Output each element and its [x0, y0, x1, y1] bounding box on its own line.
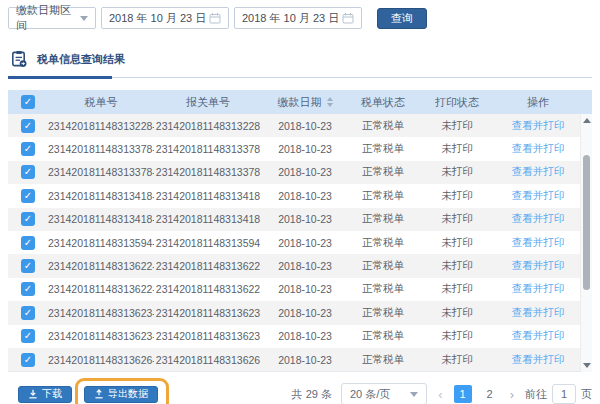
view-print-link[interactable]: 查看并打印 — [512, 189, 565, 201]
row-checkbox[interactable]: ✓ — [21, 353, 35, 367]
checkbox-check-icon: ✓ — [24, 166, 32, 177]
cell-print-status: 未打印 — [418, 306, 496, 320]
sort-asc-icon — [327, 97, 333, 101]
table-row: ✓ 231420181148313626-L02 231420181148313… — [8, 348, 592, 371]
view-print-link[interactable]: 查看并打印 — [512, 119, 565, 131]
tab-active-underline — [8, 76, 112, 79]
scroll-down-icon[interactable] — [583, 363, 591, 368]
cell-pay-date: 2018-10-23 — [262, 260, 348, 272]
row-checkbox[interactable]: ✓ — [21, 236, 35, 250]
row-checkbox-cell: ✓ — [8, 282, 48, 296]
checkbox-check-icon: ✓ — [24, 190, 32, 201]
export-data-button[interactable]: 导出数据 — [84, 386, 158, 403]
cell-tax-no: 231420181148313418-A01 — [48, 213, 154, 225]
checkbox-check-icon: ✓ — [24, 213, 32, 224]
next-page-button[interactable]: › — [508, 387, 516, 402]
table-body: ✓ 231420181148313228-L01 231420181148313… — [8, 114, 592, 372]
cell-decl-no: 231420181148313623 — [154, 307, 262, 319]
cell-decl-no: 231420181148313622 — [154, 283, 262, 295]
view-print-link[interactable]: 查看并打印 — [512, 282, 565, 294]
cell-bill-status: 正常税单 — [348, 142, 418, 156]
sort-icon[interactable] — [327, 97, 333, 107]
cell-bill-status: 正常税单 — [348, 282, 418, 296]
vertical-scrollbar[interactable] — [580, 114, 592, 372]
cell-tax-no: 231420181148313622-L02 — [48, 260, 154, 272]
page-size-select[interactable]: 20 条/页 — [341, 383, 427, 404]
row-checkbox-cell: ✓ — [8, 119, 48, 133]
row-checkbox[interactable]: ✓ — [21, 282, 35, 296]
pagination: 共 29 条 20 条/页 ‹ 1 2 › 前往 页 — [292, 383, 592, 404]
query-button[interactable]: 查询 — [377, 8, 427, 29]
date-from-value: 2018 年 10 月 23 日 — [109, 11, 206, 26]
view-print-link[interactable]: 查看并打印 — [512, 329, 565, 341]
row-checkbox-cell: ✓ — [8, 236, 48, 250]
checkbox-check-icon: ✓ — [24, 354, 32, 365]
cell-print-status: 未打印 — [418, 329, 496, 343]
cell-decl-no: 231420181148313623 — [154, 330, 262, 342]
table-row: ✓ 231420181148313228-L01 231420181148313… — [8, 114, 592, 137]
page-button-2[interactable]: 2 — [481, 385, 499, 403]
checkbox-check-icon: ✓ — [24, 307, 32, 318]
download-button[interactable]: 下载 — [18, 386, 72, 403]
page-button-1[interactable]: 1 — [454, 385, 472, 403]
checkbox-check-icon: ✓ — [24, 283, 32, 294]
cell-print-status: 未打印 — [418, 353, 496, 367]
date-type-select[interactable]: 缴款日期区间 — [8, 7, 96, 29]
row-checkbox[interactable]: ✓ — [21, 119, 35, 133]
page-size-value: 20 条/页 — [350, 387, 390, 402]
cell-tax-no: 231420181148313623-A01 — [48, 330, 154, 342]
view-print-link[interactable]: 查看并打印 — [512, 353, 565, 365]
view-print-link[interactable]: 查看并打印 — [512, 165, 565, 177]
row-checkbox-cell: ✓ — [8, 353, 48, 367]
cell-pay-date: 2018-10-23 — [262, 166, 348, 178]
header-operation: 操作 — [496, 95, 580, 110]
row-checkbox[interactable]: ✓ — [21, 259, 35, 273]
footer-bar: 下载 导出数据 共 29 条 20 条/页 ‹ 1 2 › 前往 页 — [10, 383, 592, 404]
export-icon — [94, 389, 104, 399]
goto-page-input[interactable] — [552, 384, 576, 404]
cell-operation: 查看并打印 — [496, 282, 580, 296]
date-from-input[interactable]: 2018 年 10 月 23 日 — [101, 7, 229, 29]
row-checkbox-cell: ✓ — [8, 189, 48, 203]
cell-bill-status: 正常税单 — [348, 306, 418, 320]
query-button-label: 查询 — [391, 11, 413, 26]
row-checkbox[interactable]: ✓ — [21, 189, 35, 203]
view-print-link[interactable]: 查看并打印 — [512, 259, 565, 271]
cell-operation: 查看并打印 — [496, 353, 580, 367]
select-all-checkbox[interactable]: ✓ — [21, 95, 35, 109]
header-pay-date[interactable]: 缴款日期 — [262, 95, 348, 110]
cell-operation: 查看并打印 — [496, 165, 580, 179]
cell-operation: 查看并打印 — [496, 236, 580, 250]
scrollbar-thumb[interactable] — [583, 155, 590, 290]
cell-decl-no: 231420181148313626 — [154, 354, 262, 366]
row-checkbox[interactable]: ✓ — [21, 165, 35, 179]
cell-print-status: 未打印 — [418, 165, 496, 179]
row-checkbox-cell: ✓ — [8, 212, 48, 226]
chevron-down-icon — [410, 392, 418, 397]
goto-unit-label: 页 — [581, 387, 592, 402]
row-checkbox[interactable]: ✓ — [21, 212, 35, 226]
table-row: ✓ 231420181148313622-A01 231420181148313… — [8, 278, 592, 301]
cell-decl-no: 231420181148313228 — [154, 120, 262, 132]
cell-print-status: 未打印 — [418, 236, 496, 250]
calendar-icon — [342, 12, 354, 24]
scroll-up-icon[interactable] — [583, 118, 591, 123]
cell-print-status: 未打印 — [418, 189, 496, 203]
cell-decl-no: 231420181148313418 — [154, 190, 262, 202]
view-print-link[interactable]: 查看并打印 — [512, 142, 565, 154]
row-checkbox[interactable]: ✓ — [21, 329, 35, 343]
goto-label: 前往 — [525, 387, 547, 402]
header-tax-no: 税单号 — [48, 95, 154, 110]
view-print-link[interactable]: 查看并打印 — [512, 236, 565, 248]
cell-decl-no: 231420181148313378 — [154, 166, 262, 178]
row-checkbox[interactable]: ✓ — [21, 142, 35, 156]
table-row: ✓ 231420181148313378-L02 231420181148313… — [8, 137, 592, 160]
row-checkbox[interactable]: ✓ — [21, 306, 35, 320]
prev-page-button[interactable]: ‹ — [436, 387, 444, 402]
view-print-link[interactable]: 查看并打印 — [512, 306, 565, 318]
date-to-input[interactable]: 2018 年 10 月 23 日 — [234, 7, 362, 29]
view-print-link[interactable]: 查看并打印 — [512, 212, 565, 224]
tab-tax-bill-results[interactable]: 税单信息查询结果 — [37, 52, 125, 67]
checkbox-check-icon: ✓ — [24, 96, 32, 107]
checkbox-check-icon: ✓ — [24, 260, 32, 271]
